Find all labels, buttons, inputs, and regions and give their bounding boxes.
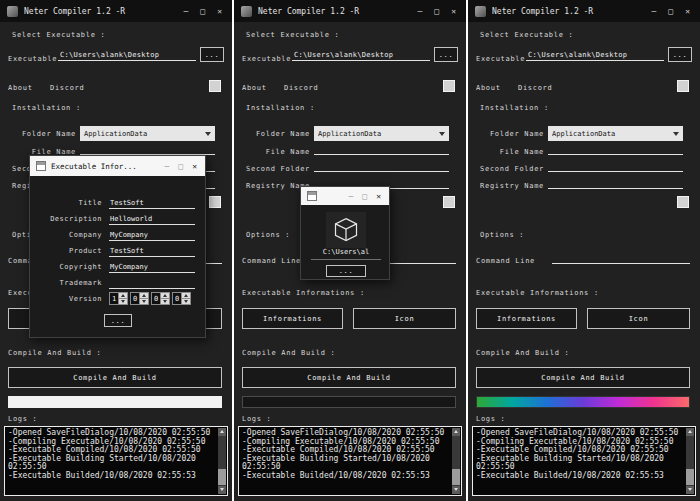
dialog-minimize-button[interactable]: — — [163, 162, 172, 171]
cube-icon — [332, 216, 360, 244]
scroll-up-icon[interactable] — [218, 428, 226, 436]
version-spinner[interactable]: 0 — [130, 292, 149, 305]
description-input[interactable]: Helloworld — [109, 212, 195, 225]
dialog-close-button[interactable]: ✕ — [374, 192, 383, 201]
installation-label: Installation : — [246, 104, 315, 112]
title-bar[interactable]: Neter Compiler 1.2 -R — □ ✕ — [0, 0, 232, 22]
top-checkbox[interactable] — [443, 80, 455, 92]
info-row: Product TestSoft — [30, 244, 205, 258]
file-name-input[interactable] — [314, 141, 449, 155]
scroll-thumb[interactable] — [218, 469, 226, 485]
browse-button[interactable]: ... — [668, 47, 692, 62]
scroll-thumb[interactable] — [452, 469, 460, 485]
compile-and-build-button[interactable]: Compile And Build — [242, 367, 456, 388]
executable-path-input[interactable]: C:\Users\alank\Desktop — [292, 47, 430, 61]
spin-down-icon[interactable] — [161, 299, 169, 304]
title-input[interactable]: TestSoft — [109, 196, 195, 209]
scroll-thumb[interactable] — [686, 469, 694, 485]
version-spinner[interactable]: 1 — [109, 292, 128, 305]
informations-button[interactable]: Informations — [476, 308, 577, 329]
scroll-down-icon[interactable] — [218, 486, 226, 494]
dialog-title-bar[interactable]: — □ ✕ — [301, 187, 389, 205]
scroll-up-icon[interactable] — [452, 428, 460, 436]
command-line-input[interactable] — [552, 250, 690, 264]
log-output[interactable]: -Opened SaveFileDialog/10/08/2020 02:55:… — [472, 426, 696, 496]
log-output[interactable]: -Opened SaveFileDialog/10/08/2020 02:55:… — [4, 426, 228, 496]
scroll-down-icon[interactable] — [452, 486, 460, 494]
executable-path-input[interactable]: C:\Users\alank\Desktop — [58, 47, 196, 61]
menu-discord[interactable]: Discord — [50, 84, 84, 92]
scroll-up-icon[interactable] — [686, 428, 694, 436]
minimize-button[interactable]: — — [181, 7, 192, 16]
copyright-input[interactable]: MyCompany — [109, 260, 195, 273]
dialog-maximize-button[interactable]: □ — [176, 162, 185, 171]
log-scrollbar[interactable] — [218, 428, 226, 494]
folder-name-select[interactable]: ApplicationData — [80, 126, 215, 141]
second-folder-input[interactable] — [548, 158, 683, 172]
minimize-button[interactable]: — — [415, 7, 426, 16]
icon-browse-button[interactable]: ... — [326, 265, 366, 277]
menu-about[interactable]: About — [476, 84, 501, 92]
close-button[interactable]: ✕ — [682, 7, 693, 16]
icon-preview[interactable] — [326, 212, 366, 248]
spin-down-icon[interactable] — [140, 299, 148, 304]
file-name-input[interactable] — [548, 141, 683, 155]
registry-checkbox[interactable] — [209, 196, 221, 208]
folder-name-select[interactable]: ApplicationData — [548, 126, 683, 141]
title-bar[interactable]: Neter Compiler 1.2 -R — □ ✕ — [468, 0, 700, 22]
dialog-close-button[interactable]: ✕ — [190, 162, 199, 171]
icon-button[interactable]: Icon — [587, 308, 690, 329]
maximize-button[interactable]: □ — [197, 7, 208, 16]
browse-button[interactable]: ... — [434, 47, 458, 62]
compile-and-build-button[interactable]: Compile And Build — [476, 367, 690, 388]
version-spinner[interactable]: 0 — [172, 292, 191, 305]
icon-button[interactable]: Icon — [353, 308, 456, 329]
maximize-button[interactable]: □ — [665, 7, 676, 16]
maximize-button[interactable]: □ — [431, 7, 442, 16]
informations-button[interactable]: Informations — [242, 308, 343, 329]
trademark-input[interactable] — [109, 276, 195, 289]
company-input[interactable]: MyCompany — [109, 228, 195, 241]
menu-discord[interactable]: Discord — [518, 84, 552, 92]
top-checkbox[interactable] — [677, 80, 689, 92]
folder-name-label: Folder Name — [468, 130, 544, 138]
registry-checkbox[interactable] — [677, 196, 689, 208]
spin-down-icon[interactable] — [182, 299, 190, 304]
second-folder-label: Second Folder — [468, 165, 544, 173]
second-folder-input[interactable] — [314, 158, 449, 172]
log-line: -Executable Building Started/10/08/2020 … — [8, 455, 215, 472]
registry-name-input[interactable] — [548, 175, 683, 189]
folder-name-select[interactable]: ApplicationData — [314, 126, 449, 141]
executable-informations-dialog: Executable Infor... — □ ✕ Title TestSoft… — [29, 155, 206, 338]
product-input[interactable]: TestSoft — [109, 244, 195, 257]
executable-label: Executable — [8, 55, 57, 63]
trademark-label: Trademark — [30, 279, 102, 287]
dialog-maximize-button[interactable]: □ — [360, 192, 369, 201]
dialog-title-bar[interactable]: Executable Infor... — □ ✕ — [30, 156, 205, 176]
minimize-button[interactable]: — — [649, 7, 660, 16]
file-name-input[interactable] — [80, 141, 215, 155]
close-button[interactable]: ✕ — [214, 7, 225, 16]
compile-and-build-button[interactable]: Compile And Build — [8, 367, 222, 388]
close-button[interactable]: ✕ — [448, 7, 459, 16]
log-scrollbar[interactable] — [452, 428, 460, 494]
top-checkbox[interactable] — [209, 80, 221, 92]
log-output[interactable]: -Opened SaveFileDialog/10/08/2020 02:55:… — [238, 426, 462, 496]
title-bar[interactable]: Neter Compiler 1.2 -R — □ ✕ — [234, 0, 466, 22]
menu-discord[interactable]: Discord — [284, 84, 318, 92]
folder-name-label: Folder Name — [234, 130, 310, 138]
menu-about[interactable]: About — [242, 84, 267, 92]
registry-checkbox[interactable] — [443, 196, 455, 208]
dialog-minimize-button[interactable]: — — [347, 192, 356, 201]
registry-name-label: Registry Name — [234, 182, 310, 190]
spin-down-icon[interactable] — [119, 299, 127, 304]
scroll-down-icon[interactable] — [686, 486, 694, 494]
menu-about[interactable]: About — [8, 84, 33, 92]
log-scrollbar[interactable] — [686, 428, 694, 494]
confirm-button[interactable]: ... — [104, 314, 132, 327]
version-spinner[interactable]: 0 — [151, 292, 170, 305]
executable-path-input[interactable]: C:\Users\alank\Desktop — [526, 47, 664, 61]
dialog-title: Executable Infor... — [51, 162, 158, 171]
icon-path-input[interactable]: C:\Users\al — [311, 248, 381, 260]
browse-button[interactable]: ... — [200, 47, 224, 62]
